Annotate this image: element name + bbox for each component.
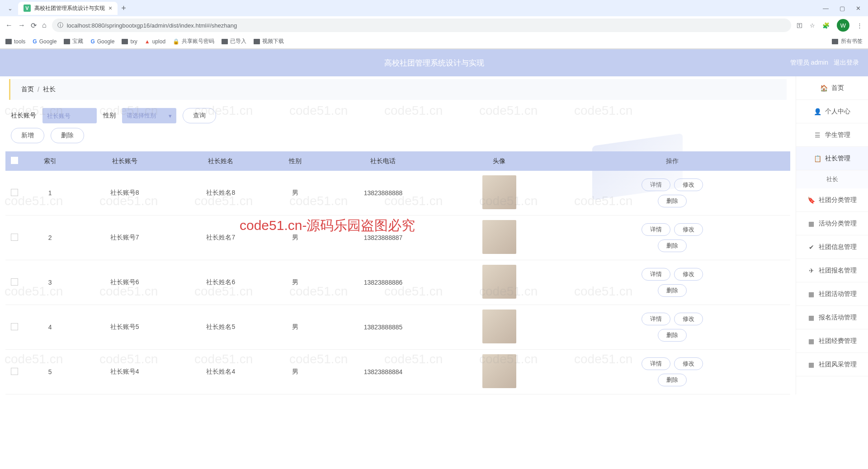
edit-button[interactable]: 修改 [674,268,703,281]
column-header: 社长姓名 [173,151,269,171]
maximize-icon[interactable]: ▢ [840,5,845,12]
star-icon[interactable]: ☆ [810,22,815,29]
bookmark-item[interactable]: 🔒共享账号密码 [173,38,214,45]
sidebar-item[interactable]: 🏠首页 [796,76,868,100]
add-button[interactable]: 新增 [11,128,44,143]
url-bar[interactable]: ⓘ localhost:8080/springbootxgp16/admin/d… [52,19,791,32]
delete-row-button[interactable]: 删除 [658,374,687,386]
bookmark-item[interactable]: 宝藏 [64,38,83,45]
breadcrumb-current: 社长 [43,85,56,94]
cell-account: 社长账号6 [76,260,173,305]
sidebar-item[interactable]: ✔社团信息管理 [796,235,868,259]
browser-tab[interactable]: V 高校社团管理系统设计与实现 × [18,2,118,15]
logout-link[interactable]: 退出登录 [834,59,859,67]
sidebar-item[interactable]: ▦报名活动管理 [796,306,868,329]
cell-gender: 男 [269,350,322,394]
sidebar-item[interactable]: ☰学生管理 [796,123,868,147]
detail-button[interactable]: 详情 [642,357,670,370]
extensions-icon[interactable]: 🧩 [822,22,830,29]
app-title: 高校社团管理系统设计与实现 [384,58,484,68]
sidebar-item[interactable]: ✈社团报名管理 [796,259,868,282]
select-all-checkbox[interactable] [11,157,18,164]
cell-index: 2 [24,216,76,260]
bookmark-item[interactable]: txy [122,38,137,45]
delete-row-button[interactable]: 删除 [658,195,687,207]
sidebar-item[interactable]: 👤个人中心 [796,100,868,123]
cell-phone: 13823888887 [322,216,444,260]
row-checkbox[interactable] [11,189,18,196]
bookmark-label: 宝藏 [72,38,83,45]
detail-button[interactable]: 详情 [642,268,670,281]
row-checkbox[interactable] [11,323,18,330]
row-checkbox[interactable] [11,368,18,375]
reload-icon[interactable]: ⟳ [31,21,37,30]
menu-icon[interactable]: ⋮ [857,22,863,29]
sidebar-label: 学生管理 [825,131,850,139]
sidebar-item[interactable]: ▦社团活动管理 [796,282,868,306]
cell-account: 社长账号4 [76,350,173,394]
bookmark-item[interactable]: tools [5,38,25,45]
detail-button[interactable]: 详情 [642,313,670,325]
sidebar-label: 个人中心 [825,108,850,116]
window-controls: — ▢ ✕ [823,5,864,12]
column-header: 社长账号 [76,151,173,171]
delete-row-button[interactable]: 删除 [658,284,687,297]
delete-row-button[interactable]: 删除 [658,239,687,252]
breadcrumb-home[interactable]: 首页 [21,85,34,94]
folder-icon [832,39,838,44]
column-header: 索引 [24,151,76,171]
site-info-icon[interactable]: ⓘ [57,21,63,29]
cell-name: 社长姓名7 [173,216,269,260]
sidebar-item[interactable]: ▦社团风采管理 [796,353,868,376]
delete-row-button[interactable]: 删除 [658,329,687,342]
app-header: 高校社团管理系统设计与实现 管理员 admin 退出登录 [0,49,868,76]
sidebar-icon: 🔖 [808,197,815,204]
tab-dropdown-icon[interactable]: ⌄ [4,2,16,14]
profile-avatar[interactable]: W [837,19,849,32]
cell-phone: 13823888884 [322,350,444,394]
bookmark-item[interactable]: 已导入 [222,38,246,45]
home-icon[interactable]: ⌂ [42,21,47,29]
detail-button[interactable]: 详情 [642,223,670,236]
sidebar-item[interactable]: ▦社团经费管理 [796,329,868,353]
delete-button[interactable]: 删除 [51,128,84,143]
back-icon[interactable]: ← [5,21,13,29]
row-checkbox[interactable] [11,278,18,286]
cell-gender: 男 [269,216,322,260]
bookmark-item[interactable]: GGoogle [90,38,114,45]
forward-icon[interactable]: → [18,21,25,29]
close-window-icon[interactable]: ✕ [856,5,861,12]
sidebar-item[interactable]: 🔖社团分类管理 [796,188,868,212]
sidebar-label: 首页 [831,84,844,92]
cell-index: 4 [24,305,76,350]
account-input[interactable] [42,108,97,123]
sidebar-icon: ✈ [808,267,815,274]
gender-select[interactable]: 请选择性别 [122,108,176,123]
all-bookmarks[interactable]: 所有书签 [832,38,863,45]
key-icon[interactable]: ⚿ [797,22,802,29]
sidebar-label: 报名活动管理 [819,314,857,322]
row-checkbox[interactable] [11,234,18,241]
bookmark-item[interactable]: GGoogle [33,38,57,45]
sidebar-label: 社团分类管理 [819,196,857,204]
edit-button[interactable]: 修改 [674,357,703,370]
bookmark-item[interactable]: ▲uplod [145,38,165,45]
edit-button[interactable]: 修改 [674,313,703,325]
sidebar-icon: ▦ [808,291,815,298]
sidebar-item[interactable]: ▦活动分类管理 [796,212,868,235]
user-label[interactable]: 管理员 admin [790,59,828,67]
new-tab-button[interactable]: + [121,4,126,13]
tab-favicon-icon: V [24,5,31,12]
query-button[interactable]: 查询 [183,108,216,123]
table-row: 3社长账号6社长姓名6男13823888886详情修改删除 [5,260,790,305]
sidebar-icon: 📋 [814,155,821,162]
bookmark-item[interactable]: 视频下载 [254,38,284,45]
close-tab-icon[interactable]: × [108,5,112,12]
sidebar-item[interactable]: 📋社长管理 [796,147,868,170]
minimize-icon[interactable]: — [823,5,829,12]
sidebar-label: 社团报名管理 [819,267,857,275]
sidebar-icon: ▦ [808,314,815,321]
edit-button[interactable]: 修改 [674,223,703,236]
folder-icon [122,39,128,44]
sidebar-sub-item[interactable]: 社长 [796,170,868,188]
